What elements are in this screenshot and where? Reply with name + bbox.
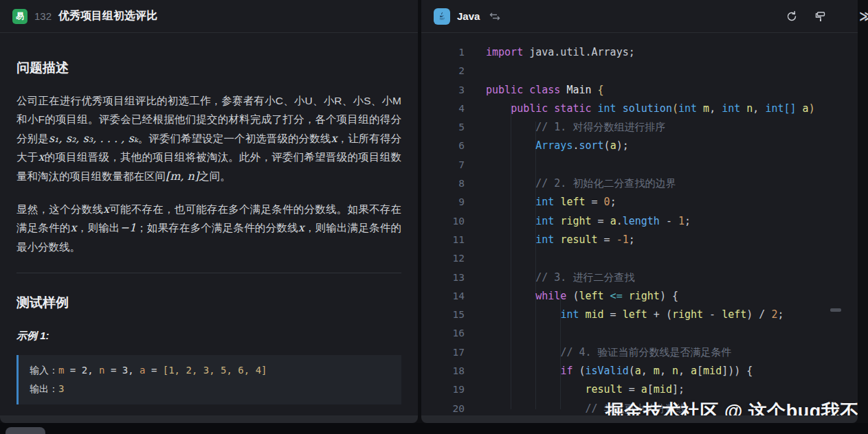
line-number: 19: [421, 380, 465, 399]
language-label: Java: [457, 10, 480, 22]
problem-panel: 易 132 优秀项目组初选评比 问题描述 公司正在进行优秀项目组评比的初选工作，…: [0, 0, 418, 415]
line-number: 3: [421, 81, 465, 100]
code-line[interactable]: 14 while (left <= right) {: [421, 287, 858, 306]
code-editor[interactable]: 1import java.util.Arrays;23public class …: [421, 34, 858, 415]
code-line[interactable]: 15 int mid = left + (right - left) / 2;: [421, 306, 858, 324]
code-line[interactable]: 1import java.util.Arrays;: [421, 43, 858, 62]
line-number: 16: [421, 324, 465, 343]
difficulty-badge: 易: [12, 9, 27, 24]
code-line[interactable]: 11 int result = -1;: [421, 231, 858, 249]
collapse-icon[interactable]: ≫: [859, 8, 868, 24]
language-selector[interactable]: Java: [434, 8, 500, 25]
code-line[interactable]: 12: [421, 249, 858, 268]
window-bottom-area: [0, 423, 868, 434]
line-number: 18: [421, 362, 465, 380]
code-line[interactable]: 4 public static int solution(int m, int …: [421, 100, 858, 118]
code-line[interactable]: 17 // 4. 验证当前分数线是否满足条件: [421, 343, 858, 362]
line-number: 11: [421, 231, 465, 249]
examples-heading: 测试样例: [16, 294, 401, 312]
watermark: 掘金技术社区 @ 这个bug我不会: [605, 399, 858, 415]
java-icon: [434, 8, 450, 25]
code-line[interactable]: 10 int right = a.length - 1;: [421, 212, 858, 231]
example-1-code: 输入：m = 2, n = 3, a = [1, 2, 3, 5, 6, 4]输…: [16, 355, 401, 404]
line-number: 12: [421, 249, 465, 268]
code-line[interactable]: 16: [421, 324, 858, 343]
code-line[interactable]: 8 // 2. 初始化二分查找的边界: [421, 174, 858, 193]
swap-icon[interactable]: [489, 12, 500, 21]
refresh-button[interactable]: [785, 10, 799, 23]
line-number: 13: [421, 269, 465, 287]
description-heading: 问题描述: [16, 59, 401, 77]
bottom-tab[interactable]: [5, 427, 45, 434]
section-divider: [16, 273, 401, 273]
code-line[interactable]: 9 int left = 0;: [421, 193, 858, 212]
line-number: 2: [421, 62, 465, 80]
code-line[interactable]: 6 Arrays.sort(a);: [421, 137, 858, 155]
code-line[interactable]: 18 if (isValid(a, m, n, a[mid])) {: [421, 362, 858, 380]
description-paragraph: 公司正在进行优秀项目组评比的初选工作，参赛者有小C、小U、小R、小S、小M和小F…: [16, 91, 401, 185]
left-panel-bottom-edge: [0, 415, 418, 423]
line-number: 15: [421, 306, 465, 324]
format-button[interactable]: [814, 10, 827, 23]
line-number: 7: [421, 156, 465, 174]
overview-ruler-mark: [830, 308, 841, 312]
code-line[interactable]: 19 result = a[mid];: [421, 380, 858, 399]
line-number: 1: [421, 43, 465, 62]
line-number: 9: [421, 193, 465, 212]
problem-number: 132: [34, 10, 52, 22]
code-line[interactable]: 3public class Main {: [421, 81, 858, 100]
line-number: 8: [421, 174, 465, 193]
editor-header: Java: [421, 0, 858, 33]
line-number: 6: [421, 137, 465, 155]
problem-title: 优秀项目组初选评比: [58, 9, 157, 23]
code-editor-panel: Java: [421, 0, 858, 415]
code-line[interactable]: 2: [421, 62, 858, 80]
code-line[interactable]: 13 // 3. 进行二分查找: [421, 269, 858, 287]
code-line[interactable]: 7: [421, 156, 858, 174]
example-1-label: 示例 1:: [16, 330, 401, 343]
line-number: 17: [421, 343, 465, 362]
code-line[interactable]: 5 // 1. 对得分数组进行排序: [421, 118, 858, 137]
description-paragraph: 显然，这个分数线x可能不存在，也可能存在多个满足条件的分数线。如果不存在满足条件…: [16, 200, 401, 256]
line-number: 14: [421, 287, 465, 306]
right-panel-bottom-edge: [421, 415, 858, 423]
line-number: 20: [421, 400, 465, 415]
problem-header: 易 132 优秀项目组初选评比: [0, 0, 418, 33]
line-number: 10: [421, 212, 465, 231]
line-number: 4: [421, 100, 465, 118]
line-number: 5: [421, 118, 465, 137]
